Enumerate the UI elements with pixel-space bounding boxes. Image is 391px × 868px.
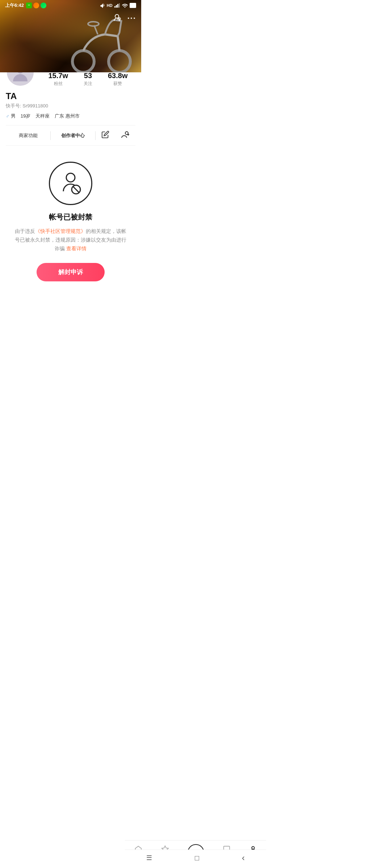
appeal-button[interactable]: 解封申诉	[37, 263, 105, 281]
status-time: 上午6:42	[5, 2, 24, 9]
age-tag: 19岁	[21, 113, 30, 119]
edit-profile-btn[interactable]	[96, 129, 115, 142]
svg-rect-4	[117, 4, 118, 8]
constellation-label: 天秤座	[35, 113, 50, 119]
fans-stat[interactable]: 15.7w 粉丝	[49, 72, 68, 87]
battery-icon: 91	[130, 3, 136, 8]
gender-label: 男	[11, 113, 16, 119]
svg-rect-2	[114, 6, 115, 8]
action-row: 商家功能 创作者中心	[6, 125, 135, 146]
following-stat[interactable]: 53 关注	[84, 72, 92, 87]
creator-center-btn[interactable]: 创作者中心	[51, 131, 95, 140]
ban-section: 帐号已被封禁 由于违反《快手社区管理规范》的相关规定，该帐号已被永久封禁，违规原…	[0, 154, 141, 310]
age-label: 19岁	[21, 113, 30, 119]
more-options-icon[interactable]: ···	[127, 14, 136, 23]
location-label: 广东 惠州市	[55, 113, 80, 119]
app-icons	[26, 3, 46, 8]
constellation-tag: 天秤座	[35, 113, 50, 119]
following-count: 53	[84, 72, 92, 80]
merchant-btn[interactable]: 商家功能	[6, 131, 50, 140]
wechat-icon	[26, 3, 32, 8]
fans-count: 15.7w	[49, 72, 68, 80]
profile-settings-icon[interactable]	[112, 13, 122, 24]
add-user-icon	[121, 131, 130, 139]
ban-desc-pre: 由于违反	[15, 228, 35, 234]
ban-title: 帐号已被封禁	[49, 212, 92, 222]
likes-count: 63.8w	[108, 72, 127, 80]
svg-point-9	[88, 22, 99, 26]
svg-point-15	[66, 173, 75, 182]
edit-icon	[101, 131, 109, 139]
ban-description: 由于违反《快手社区管理规范》的相关规定，该帐号已被永久封禁，违规原因：涉嫌以交友…	[14, 227, 127, 253]
mute-icon	[100, 3, 105, 8]
ban-rule-highlight: 《快手社区管理规范》	[35, 228, 86, 234]
app-icon-green	[41, 3, 46, 8]
status-bar: 上午6:42 HD 91	[0, 0, 141, 11]
location-tag: 广东 惠州市	[55, 113, 80, 119]
add-friend-btn[interactable]	[115, 129, 135, 142]
status-icons: HD 91	[100, 3, 136, 8]
username: TA	[6, 91, 135, 101]
cover-image: ···	[0, 0, 141, 72]
svg-point-1	[29, 5, 30, 5]
gender-tag: ♂ 男	[6, 113, 16, 119]
bio-tags: ♂ 男 19岁 天秤座 广东 惠州市	[6, 113, 135, 119]
kuaishou-id: 快手号: Sr99911800	[6, 103, 135, 109]
fans-label: 粉丝	[54, 81, 63, 87]
svg-point-6	[72, 51, 94, 72]
likes-stat[interactable]: 63.8w 获赞	[108, 72, 127, 87]
ban-icon-wrap	[49, 162, 92, 205]
ban-detail-link[interactable]: 查看详情	[66, 246, 87, 251]
ban-icon	[56, 169, 85, 198]
svg-rect-5	[119, 3, 120, 8]
cover-top-icons: ···	[112, 13, 136, 24]
likes-label: 获赞	[113, 81, 122, 87]
svg-point-7	[109, 51, 130, 72]
wifi-icon	[122, 3, 128, 8]
hd-badge: HD	[107, 3, 113, 8]
following-label: 关注	[84, 81, 92, 87]
svg-point-0	[28, 5, 29, 5]
app-icon-orange	[33, 3, 39, 8]
signal-icon	[114, 3, 120, 8]
gender-icon: ♂	[6, 114, 9, 119]
svg-rect-3	[116, 5, 117, 8]
